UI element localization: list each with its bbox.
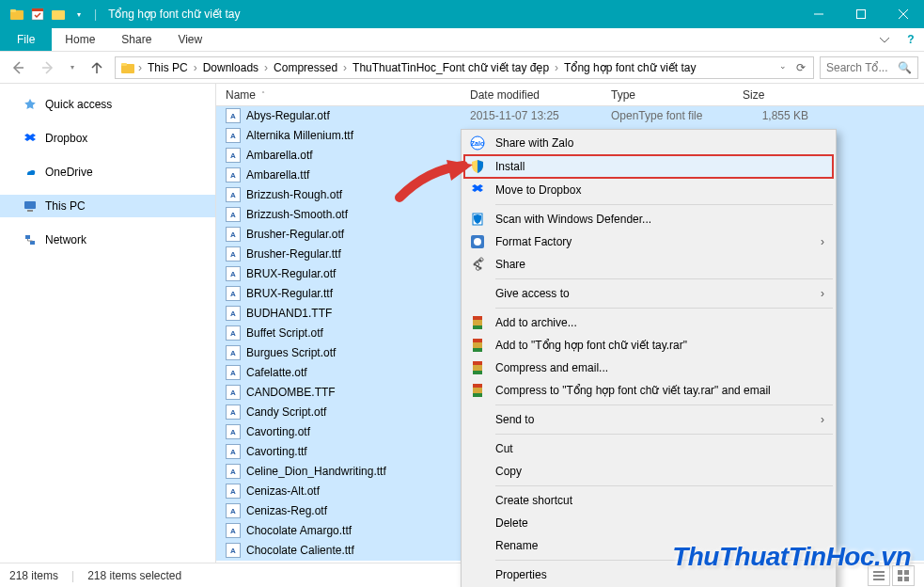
- file-size: 1,855 KB: [733, 109, 827, 122]
- address-bar[interactable]: › This PC › Downloads › Compressed › Thu…: [115, 56, 814, 79]
- forward-button[interactable]: [36, 56, 60, 80]
- sidebar-item-quick-access[interactable]: Quick access: [0, 93, 215, 116]
- search-icon[interactable]: 🔍: [898, 61, 912, 74]
- search-box[interactable]: 🔍: [820, 56, 918, 79]
- maximize-button[interactable]: [839, 0, 882, 28]
- file-name: Brizzush-Smooth.otf: [246, 208, 348, 221]
- svg-rect-44: [898, 577, 902, 581]
- menu-item-create-shortcut[interactable]: Create shortcut: [463, 489, 834, 512]
- close-button[interactable]: [882, 0, 924, 28]
- properties-icon[interactable]: [28, 5, 47, 24]
- menu-item-give-access-to[interactable]: Give access to›: [463, 282, 834, 305]
- menu-item-share-with-zalo[interactable]: ZaloShare with Zalo: [463, 132, 834, 154]
- font-file-icon: A: [226, 286, 241, 301]
- menu-item-label: Install: [495, 160, 525, 173]
- titlebar: ▾ | Tổng hợp font chữ viết tay: [0, 0, 924, 28]
- rar-icon: [469, 314, 486, 331]
- menu-item-label: Move to Dropbox: [495, 183, 581, 197]
- menu-item-label: Compress and email...: [495, 361, 608, 374]
- menu-item-label: Delete: [495, 516, 528, 530]
- sidebar-item-network[interactable]: Network: [0, 229, 215, 251]
- breadcrumb[interactable]: Tổng hợp font chữ viết tay: [560, 61, 699, 74]
- back-button[interactable]: [6, 56, 30, 80]
- address-dropdown-icon[interactable]: ⌄: [775, 61, 791, 74]
- column-name[interactable]: Name˄: [216, 88, 461, 102]
- menu-item-share[interactable]: Share: [463, 253, 834, 276]
- qat-dropdown-icon[interactable]: ▾: [70, 5, 88, 24]
- svg-point-19: [474, 238, 481, 246]
- quick-access-toolbar: ▾ |: [0, 5, 101, 24]
- file-name: Cenizas-Alt.otf: [246, 484, 320, 498]
- column-type[interactable]: Type: [602, 88, 733, 102]
- menu-item-format-factory[interactable]: Format Factory›: [463, 230, 834, 253]
- menu-item-install[interactable]: Install: [463, 154, 834, 179]
- sidebar-item-label: Network: [45, 233, 86, 246]
- column-date[interactable]: Date modified: [461, 88, 602, 102]
- menu-item-send-to[interactable]: Send to›: [463, 408, 834, 431]
- folder-icon: [119, 59, 136, 76]
- window-title: Tổng hợp font chữ viết tay: [108, 8, 240, 21]
- menu-item-delete[interactable]: Delete: [463, 512, 834, 534]
- font-file-icon: A: [226, 405, 241, 420]
- breadcrumb[interactable]: ThuThuatTinHoc_Font chữ viết tay đẹp: [349, 61, 553, 74]
- sidebar-item-this-pc[interactable]: This PC: [0, 195, 215, 217]
- refresh-icon[interactable]: ⟳: [792, 61, 809, 74]
- svg-rect-36: [473, 384, 482, 388]
- svg-rect-38: [473, 388, 482, 393]
- breadcrumb[interactable]: Compressed: [270, 61, 341, 74]
- svg-rect-12: [27, 210, 33, 212]
- menu-item-label: Properties: [495, 568, 547, 581]
- svg-rect-41: [873, 579, 885, 580]
- menu-item-compress-and-email[interactable]: Compress and email...: [463, 357, 834, 379]
- tab-view[interactable]: View: [164, 28, 215, 51]
- menu-item-move-to-dropbox[interactable]: Move to Dropbox: [463, 179, 834, 201]
- menu-item-label: Share: [495, 258, 525, 271]
- status-selected-count: 218 items selected: [87, 569, 181, 582]
- menu-item-add-to-archive[interactable]: Add to archive...: [463, 311, 834, 334]
- chevron-right-icon[interactable]: ›: [262, 61, 270, 74]
- tab-home[interactable]: Home: [52, 28, 108, 51]
- file-tab[interactable]: File: [0, 28, 52, 51]
- file-name: Cavorting.ttf: [246, 445, 307, 458]
- breadcrumb[interactable]: Downloads: [199, 61, 262, 74]
- chevron-right-icon[interactable]: ›: [553, 61, 560, 74]
- up-button[interactable]: [85, 56, 109, 80]
- dropbox-icon: [23, 131, 38, 146]
- status-item-count: 218 items: [9, 569, 58, 582]
- breadcrumb[interactable]: This PC: [144, 61, 192, 74]
- menu-item-compress-to-t-ng-h-p-font-ch-vi-t-tay-rar-and-email[interactable]: Compress to "Tổng hợp font chữ viết tay.…: [463, 379, 834, 402]
- svg-rect-4: [52, 10, 65, 20]
- chevron-right-icon[interactable]: ›: [341, 61, 349, 74]
- file-row[interactable]: AAbys-Regular.otf2015-11-07 13:25OpenTyp…: [216, 106, 924, 126]
- help-icon[interactable]: ?: [898, 28, 924, 51]
- minimize-button[interactable]: [797, 0, 839, 28]
- font-file-icon: A: [226, 523, 241, 538]
- search-input[interactable]: [826, 61, 898, 74]
- menu-item-copy[interactable]: Copy: [463, 460, 834, 483]
- file-name: Ambarella.otf: [246, 149, 313, 162]
- font-file-icon: A: [226, 503, 241, 518]
- ff-icon: [469, 233, 486, 250]
- column-size[interactable]: Size: [733, 88, 827, 102]
- menu-item-add-to-t-ng-h-p-font-ch-vi-t-tay-rar[interactable]: Add to "Tổng hợp font chữ viết tay.rar": [463, 334, 834, 357]
- sidebar-item-onedrive[interactable]: OneDrive: [0, 161, 215, 183]
- svg-point-22: [479, 267, 482, 270]
- svg-rect-33: [473, 371, 482, 374]
- svg-rect-3: [32, 8, 43, 11]
- column-headers: Name˄ Date modified Type Size: [216, 84, 924, 106]
- recent-locations-button[interactable]: ▾: [66, 56, 79, 80]
- file-name: Burgues Script.otf: [246, 346, 336, 359]
- folder-icon: [8, 5, 26, 24]
- svg-rect-10: [121, 63, 127, 66]
- menu-item-cut[interactable]: Cut: [463, 437, 834, 460]
- svg-rect-25: [473, 325, 482, 329]
- chevron-right-icon[interactable]: ›: [136, 61, 144, 74]
- tab-share[interactable]: Share: [108, 28, 164, 51]
- new-folder-icon[interactable]: [49, 5, 68, 24]
- chevron-right-icon[interactable]: ›: [192, 61, 199, 74]
- ribbon-expand-icon[interactable]: [871, 28, 898, 51]
- font-file-icon: A: [226, 385, 241, 400]
- menu-item-scan-with-windows-defender[interactable]: Scan with Windows Defender...: [463, 208, 834, 230]
- address-row: ▾ › This PC › Downloads › Compressed › T…: [0, 52, 924, 84]
- sidebar-item-dropbox[interactable]: Dropbox: [0, 127, 215, 150]
